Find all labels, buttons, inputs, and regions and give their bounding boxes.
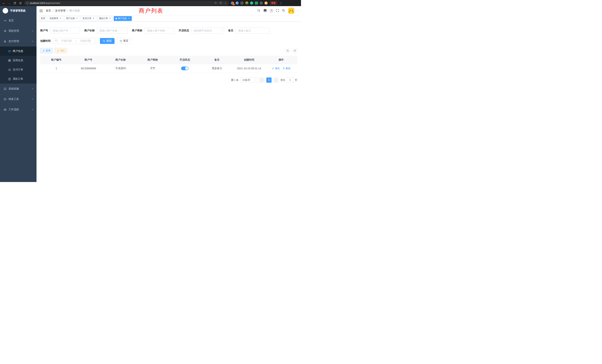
sidebar-item-dev-tools[interactable]: 研发工具 [0,94,36,104]
extension-avatar-icon[interactable] [245,1,248,5]
close-icon[interactable]: × [59,17,62,20]
sidebar-item-home[interactable]: 首页 [0,15,36,26]
sidebar-fold-icon[interactable] [39,9,43,12]
export-button[interactable]: 导出 [54,48,67,53]
browser-reload-icon[interactable] [13,2,17,4]
close-icon[interactable]: × [76,17,78,20]
add-button[interactable]: 新增 [40,48,53,53]
tab-label: 用户分组 [66,17,75,20]
search-icon[interactable] [257,9,260,13]
dashboard-icon [3,19,7,22]
tab-merchant-info[interactable]: 商户信息 × [114,16,132,21]
next-page-button[interactable] [273,77,279,83]
reset-button[interactable]: 重置 [117,38,131,44]
tab-home[interactable]: 首页 [39,16,47,21]
help-icon[interactable]: ? [270,9,273,12]
toggle-search-button[interactable] [285,48,290,53]
sidebar-item-label: 支付管理 [9,40,30,43]
date-separator: - [76,40,76,43]
table-header-row: 商户编号 商户号 商户全称 商户简称 开启状态 备注 创建时间 操作 [40,56,297,64]
merchant-table: 商户编号 商户号 商户全称 商户简称 开启状态 备注 创建时间 操作 1 M23… [40,56,297,73]
tab-process-form[interactable]: 流程表单 × [48,16,63,21]
search-button[interactable]: 搜索 [100,38,115,44]
chevron-right-icon [275,79,277,81]
total-suffix: 条 [236,79,238,81]
status-select[interactable] [191,28,224,33]
breadcrumb-home[interactable]: 首页 [46,9,51,12]
cell-merchant-id: 1 [40,64,72,73]
breadcrumb-payment[interactable]: 支付管理 [55,9,65,12]
briefcase-icon [3,108,7,111]
sidebar-item-merchant-info[interactable]: 商户信息 [0,46,36,56]
refresh-button[interactable] [292,48,297,53]
page-size-select[interactable]: 10条/页 [240,77,258,83]
password-key-icon[interactable] [215,1,217,5]
browser-menu-icon[interactable]: ⋮ [279,1,283,5]
extension-green-square-icon[interactable] [255,1,258,5]
create-time-range-picker[interactable]: 开始日期 - 结束日期 [53,38,96,44]
site-info-icon[interactable]: i [26,2,29,4]
close-icon[interactable]: × [109,17,111,20]
status-toggle[interactable] [181,66,189,70]
status-label: 开启状态 [179,29,189,32]
sidebar-item-pay-orders[interactable]: 支付订单 [0,65,36,74]
navbar: 首页 / 支付管理 / 商户信息 ? TT [36,6,301,15]
page-number-button[interactable]: 1 [266,77,271,83]
col-header: 备注 [201,56,233,64]
extension-green-check-icon[interactable]: ✓ [250,1,253,5]
font-size-icon[interactable]: TT [282,9,285,12]
sidebar-item-payment[interactable]: ¥ 支付管理 [0,36,36,46]
delete-link[interactable]: 删除 [283,67,290,70]
refund-doc-icon [8,78,11,80]
user-avatar[interactable] [288,8,294,14]
toolbox-icon [3,98,7,101]
tab-refund-orders[interactable]: 退款订单 × [97,16,113,21]
bookmark-star-icon[interactable]: ☆ [224,2,227,5]
extensions-puzzle-icon[interactable] [260,1,263,5]
merchant-no-input[interactable] [50,28,80,33]
cell-merchant-no: M233666999 [72,64,104,73]
navbar-actions: ? TT [257,8,298,14]
edit-link[interactable]: 修改 [272,67,280,70]
address-bar[interactable]: i localhost:1024/pay/merchant ☆ [24,1,229,5]
extension-blue-icon[interactable] [236,1,239,5]
sidebar-item-label: 退款订单 [13,77,23,81]
page-content: 商户号 商户全称 商户简称 开启状态 [36,22,301,182]
tab-pay-orders[interactable]: 支付订单 × [81,16,96,21]
short-name-label: 商户简称 [132,29,142,32]
sidebar-item-workflow[interactable]: 工作流程 [0,104,36,115]
sidebar-item-infrastructure[interactable]: 基础设施 [0,84,36,94]
cell-full-name: 芋道源码 [105,64,137,73]
full-name-input[interactable] [97,28,128,33]
sidebar-item-app-info[interactable]: 应用信息 [0,56,36,65]
extension-colorful-icon[interactable]: 10 [231,1,234,5]
share-icon[interactable] [219,1,222,5]
col-header: 开启状态 [169,56,201,64]
tab-label: 支付订单 [83,17,91,20]
fullscreen-icon[interactable] [276,9,279,13]
browser-update-button[interactable]: 更新 [269,1,277,5]
tab-label: 退款订单 [99,17,108,20]
chevron-up-icon [32,41,33,42]
browser-forward-icon[interactable]: → [7,2,11,5]
short-name-input[interactable] [145,28,174,33]
sidebar-item-refund-orders[interactable]: 退款订单 [0,74,36,84]
browser-back-icon[interactable]: ← [2,2,6,5]
logo[interactable]: 芋道管理系统 [0,6,36,15]
yen-icon: ¥ [3,40,7,43]
profile-avatar-icon[interactable] [265,1,268,5]
tab-user-group[interactable]: 用户分组 × [64,16,80,21]
goto-label: 前往 [280,78,285,82]
goto-page-input[interactable] [286,77,294,83]
browser-home-icon[interactable] [19,2,22,4]
sidebar-item-system[interactable]: 系统管理 [0,26,36,36]
close-icon[interactable]: × [92,17,95,20]
avatar-caret-icon[interactable] [297,10,298,11]
close-icon[interactable]: × [128,17,130,20]
remark-input[interactable] [236,28,270,33]
extension-dark-icon[interactable] [240,1,244,5]
col-header: 商户简称 [137,56,169,64]
table-toolbar: 新增 导出 [40,48,297,53]
github-icon[interactable] [263,9,267,13]
prev-page-button[interactable] [259,77,265,83]
